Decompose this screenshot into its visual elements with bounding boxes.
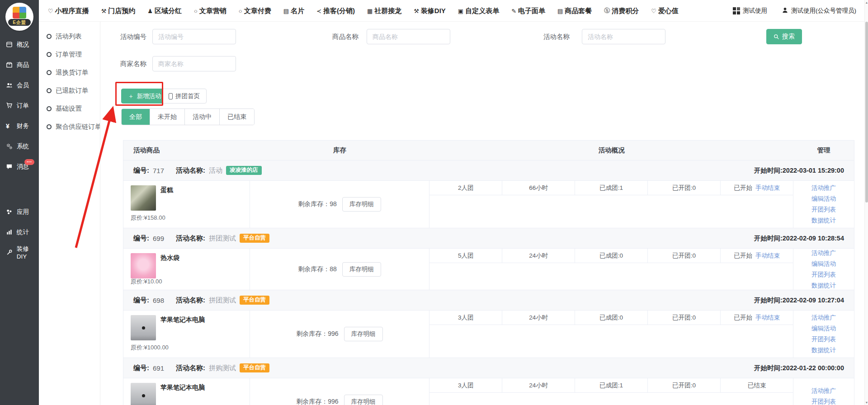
sidebar-item-finance[interactable]: ¥ 财务	[0, 116, 39, 136]
sidebar-item-system[interactable]: 系统	[0, 136, 39, 156]
s-circle-icon: Ⓢ	[604, 7, 610, 15]
promote-link[interactable]: 活动推广	[811, 387, 836, 395]
workspace-switcher[interactable]: 测试使用	[733, 7, 767, 15]
nav-item-store-booking[interactable]: ⚒门店预约	[101, 7, 136, 15]
submenu-item-activity-list[interactable]: 活动列表	[39, 27, 100, 45]
manual-end-link[interactable]: 手动结束	[755, 252, 780, 260]
manual-end-link[interactable]: 手动结束	[755, 314, 780, 322]
nav-item-consume-points[interactable]: Ⓢ消费积分	[604, 7, 639, 15]
sidebar-item-diy[interactable]: 装修DIY	[0, 242, 39, 263]
grid-icon	[733, 7, 740, 14]
stat-group-size: 2人团	[429, 181, 502, 195]
sidebar-item-apps[interactable]: 应用	[0, 202, 39, 222]
submenu-item-basic-settings[interactable]: 基础设置	[39, 99, 100, 118]
nav-item-mini-program-live[interactable]: ♡小程序直播	[48, 7, 89, 15]
edit-activity-link[interactable]: 编辑活动	[811, 325, 836, 333]
stock-text: 剩余库存：996	[296, 330, 338, 338]
nav-item-e-waybill[interactable]: ✎电子面单	[511, 7, 545, 15]
stat-group-size: 3人团	[429, 311, 502, 325]
nav-item-article-marketing[interactable]: ○文章营销	[194, 7, 226, 15]
stat-duration: 24小时	[502, 378, 575, 392]
stock-detail-button[interactable]: 库存明细	[342, 262, 381, 277]
stat-completed: 已成团:0	[575, 249, 648, 263]
members-icon	[6, 82, 15, 89]
search-icon	[774, 34, 779, 40]
activity-name-input[interactable]	[582, 29, 665, 44]
nav-item-decorate-diy[interactable]: ⚒装修DIY	[414, 7, 446, 15]
sidebar-item-label: 订单	[17, 102, 29, 110]
group-list-link[interactable]: 开团列表	[811, 398, 836, 405]
scroll-up-arrow[interactable]: ▲	[865, 1, 868, 4]
manual-end-link[interactable]: 手动结束	[755, 184, 780, 192]
product-name-input[interactable]	[367, 29, 450, 44]
table-row: 蛋糕 原价:¥158.00 剩余库存：98 库存明细 2人团 66小时 已成团:…	[123, 181, 854, 228]
promote-link[interactable]: 活动推广	[811, 314, 836, 322]
merchant-name-input[interactable]	[152, 56, 236, 71]
group-list-link[interactable]: 开团列表	[811, 271, 836, 279]
nav-item-product-package[interactable]: ▤商品套餐	[557, 7, 592, 15]
edit-activity-link[interactable]: 编辑活动	[811, 260, 836, 268]
submenu-item-return-orders[interactable]: 退换货订单	[39, 63, 100, 81]
stat-duration: 66小时	[502, 181, 575, 195]
stock-detail-button[interactable]: 库存明细	[344, 327, 383, 341]
tab-all[interactable]: 全部	[122, 109, 150, 125]
data-stats-link[interactable]: 数据统计	[811, 282, 836, 290]
nav-item-article-pay[interactable]: ○文章付费	[239, 7, 271, 15]
sidebar-item-overview[interactable]: 概况	[0, 34, 39, 55]
search-button[interactable]: 搜索	[766, 29, 802, 44]
nav-item-love-value[interactable]: ♡爱心值	[651, 7, 679, 15]
scrollbar-thumb[interactable]	[865, 22, 868, 202]
sidebar-item-goods[interactable]: 商品	[0, 55, 39, 75]
stock-detail-button[interactable]: 库存明细	[344, 395, 383, 405]
nav-item-business-card[interactable]: ▤名片	[283, 7, 304, 15]
activity-no-input[interactable]	[152, 29, 236, 44]
header-stock: 库存	[250, 146, 430, 155]
submenu-item-supply-chain-orders[interactable]: 聚合供应链订单管	[39, 118, 100, 136]
tab-ended[interactable]: 已结束	[219, 109, 254, 125]
account-menu[interactable]: 测试使用(公众号管理员)	[782, 7, 856, 15]
table-row: 苹果笔记本电脑 原价:¥1000.00 剩余库存：996 库存明细 3人团 24…	[123, 311, 854, 358]
sidebar-item-stats[interactable]: 统计	[0, 222, 39, 242]
add-activity-button[interactable]: ＋ 新增活动	[121, 89, 168, 104]
promote-link[interactable]: 活动推广	[811, 184, 836, 192]
start-time: 开始时间:2022-03-01 15:29:00	[754, 166, 844, 175]
promote-link[interactable]: 活动推广	[811, 249, 836, 257]
sidebar-item-label: 会员	[17, 81, 29, 89]
ring-icon	[47, 52, 52, 57]
sidebar-item-members[interactable]: 会员	[0, 75, 39, 95]
stat-status: 已结束	[748, 381, 766, 390]
stock-detail-button[interactable]: 库存明细	[342, 197, 381, 212]
submenu-item-order-management[interactable]: 订单管理	[39, 45, 100, 63]
share-icon: ≺	[316, 8, 321, 14]
vertical-scrollbar[interactable]: ▲ ▼	[864, 0, 868, 405]
tab-not-started[interactable]: 未开始	[150, 109, 184, 125]
product-image	[131, 315, 156, 340]
ring-icon	[47, 124, 52, 129]
data-stats-link[interactable]: 数据统计	[811, 217, 836, 225]
group-list-link[interactable]: 开团列表	[811, 206, 836, 214]
nav-item-custom-form[interactable]: ▣自定义表单	[458, 7, 499, 15]
yen-icon: ¥	[6, 122, 15, 130]
heart-icon: ♡	[48, 8, 53, 14]
shop-badge: 凌凌漆的店	[226, 166, 262, 175]
product-price: 原价:¥10.00	[131, 278, 162, 286]
sidebar-item-orders[interactable]: 订单	[0, 95, 39, 116]
image-icon: ▤	[557, 8, 563, 14]
stat-completed: 已成团:0	[575, 311, 648, 325]
submenu-item-refunded-orders[interactable]: 已退款订单	[39, 81, 100, 99]
nav-item-region-bonus[interactable]: ♟区域分红	[147, 7, 182, 15]
edit-activity-link[interactable]: 编辑活动	[811, 195, 836, 203]
scroll-down-arrow[interactable]: ▼	[865, 401, 868, 404]
data-stats-link[interactable]: 数据统计	[811, 346, 836, 354]
sidebar-item-messages[interactable]: 消息 •••	[0, 156, 39, 177]
nav-item-distribution[interactable]: ≺推客(分销)	[316, 7, 355, 15]
stat-opened: 已开团:0	[648, 249, 721, 263]
nav-item-group-chain[interactable]: ▦社群接龙	[367, 7, 401, 15]
platform-badge: 平台自营	[240, 234, 269, 243]
chat-bubble-icon	[6, 163, 15, 170]
group-home-button[interactable]: 拼团首页	[162, 89, 207, 104]
activities-table: 活动商品 库存 活动概况 管理 编号:717 活动名称:活动 凌凌漆的店 开始时…	[123, 140, 854, 405]
plus-icon: ＋	[128, 92, 134, 100]
group-list-link[interactable]: 开团列表	[811, 335, 836, 344]
tab-in-progress[interactable]: 活动中	[184, 109, 219, 125]
